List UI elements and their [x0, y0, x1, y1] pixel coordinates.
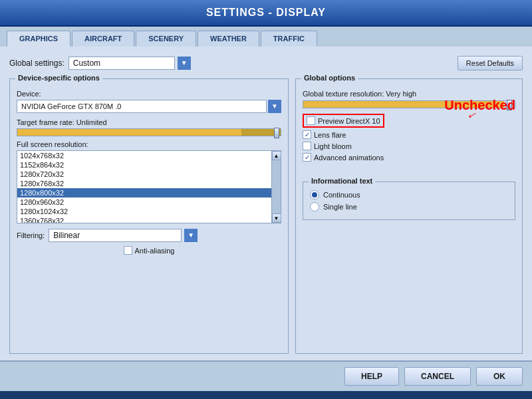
lens-flare-row: Lens flare	[303, 130, 515, 139]
continuous-radio[interactable]	[310, 190, 319, 200]
anti-alias-label: Anti-aliasing	[135, 247, 175, 255]
tab-graphics[interactable]: GRAPHICS	[7, 31, 70, 47]
scrollbar-up[interactable]: ▲	[272, 151, 281, 160]
resolution-list-container: 1024x768x32 1152x864x32 1280x720x32 1280…	[17, 150, 281, 223]
list-item[interactable]: 1024x768x32	[17, 151, 271, 160]
list-item[interactable]: 1280x800x32	[17, 188, 271, 198]
scrollbar-thumb-area[interactable]	[272, 160, 281, 213]
info-text-panel: Informational text Continuous Single lin…	[303, 182, 515, 220]
device-label: Device:	[17, 90, 281, 98]
advanced-animations-label: Advanced animations	[314, 154, 384, 162]
list-item[interactable]: 1280x960x32	[17, 198, 271, 207]
preview-dx10-checkbox[interactable]	[307, 116, 315, 125]
content-area: Global settings: Custom ▼ Reset Defaults…	[0, 47, 532, 360]
tab-traffic[interactable]: TRAFFIC	[261, 31, 317, 47]
bottom-bar: HELP CANCEL OK	[0, 360, 532, 391]
target-frame-label: Target frame rate: Unlimited	[17, 118, 281, 126]
device-select-row: NVIDIA GeForce GTX 870M .0 ▼	[17, 100, 281, 113]
light-bloom-row: Light bloom	[303, 142, 515, 150]
tab-aircraft[interactable]: AIRCRAFT	[72, 31, 134, 47]
lens-flare-checkbox[interactable]	[303, 130, 311, 139]
preview-dx10-box: Preview DirectX 10	[303, 114, 384, 128]
device-arrow[interactable]: ▼	[268, 100, 281, 113]
advanced-animations-checkbox[interactable]	[303, 153, 311, 162]
filtering-arrow[interactable]: ▼	[184, 229, 198, 242]
global-options-panel-title: Global options	[301, 74, 358, 82]
global-options-panel: Global options Global texture resolution…	[295, 78, 523, 354]
list-item[interactable]: 1280x720x32	[17, 170, 271, 179]
reset-defaults-button[interactable]: Reset Defaults	[458, 56, 523, 70]
global-settings-value[interactable]: Custom	[68, 57, 175, 70]
light-bloom-label: Light bloom	[314, 142, 352, 150]
continuous-label: Continuous	[323, 191, 360, 199]
dialog: GRAPHICS AIRCRAFT SCENERY WEATHER TRAFFI…	[0, 27, 532, 391]
resolution-list: 1024x768x32 1152x864x32 1280x720x32 1280…	[17, 151, 271, 223]
filtering-select-wrapper: Bilinear ▼	[49, 229, 198, 242]
resolution-scrollbar: ▲ ▼	[271, 151, 281, 223]
resolution-label: Full screen resolution:	[17, 140, 281, 148]
advanced-animations-row: Advanced animations	[303, 153, 515, 162]
single-line-label: Single line	[323, 203, 357, 211]
list-item[interactable]: 1280x768x32	[17, 179, 271, 188]
device-value[interactable]: NVIDIA GeForce GTX 870M .0	[17, 100, 267, 113]
global-settings-label: Global settings:	[9, 59, 65, 68]
target-frame-row: Target frame rate: Unlimited	[17, 118, 281, 136]
target-frame-thumb[interactable]	[274, 128, 279, 138]
title-bar: SETTINGS - DISPLAY	[0, 0, 532, 27]
filtering-label: Filtering:	[17, 231, 45, 239]
continuous-radio-dot	[312, 192, 317, 198]
info-text-title: Informational text	[309, 177, 375, 185]
single-line-radio[interactable]	[310, 202, 319, 211]
list-item[interactable]: 1152x864x32	[17, 160, 271, 170]
global-settings-arrow[interactable]: ▼	[178, 57, 191, 70]
device-panel: Device-specific options Device: NVIDIA G…	[9, 78, 289, 354]
anti-alias-checkbox[interactable]	[124, 246, 132, 255]
tab-weather[interactable]: WEATHER	[198, 31, 259, 47]
list-item[interactable]: 1280x1024x32	[17, 207, 271, 216]
list-item[interactable]: 1360x768x32	[17, 216, 271, 223]
help-button[interactable]: HELP	[344, 367, 399, 386]
filtering-value[interactable]: Bilinear	[49, 229, 182, 242]
preview-dx10-label: Preview DirectX 10	[318, 117, 380, 125]
preview-dx10-row: Preview DirectX 10	[303, 114, 515, 128]
target-frame-slider	[17, 128, 281, 136]
lens-flare-label: Lens flare	[314, 131, 346, 139]
continuous-row: Continuous	[310, 190, 508, 200]
global-settings-select-wrapper: Custom ▼	[68, 57, 191, 70]
panels-row: Device-specific options Device: NVIDIA G…	[9, 78, 523, 354]
ok-button[interactable]: OK	[476, 367, 523, 386]
texture-label: Global texture resolution: Very high	[303, 90, 515, 98]
cancel-button[interactable]: CANCEL	[404, 367, 471, 386]
device-panel-title: Device-specific options	[15, 74, 102, 82]
single-line-row: Single line	[310, 202, 508, 211]
unchecked-annotation: Unchecked	[444, 98, 515, 113]
global-settings-row: Global settings: Custom ▼ Reset Defaults	[9, 53, 523, 73]
target-frame-track[interactable]	[17, 128, 281, 136]
light-bloom-checkbox[interactable]	[303, 142, 311, 150]
scrollbar-down[interactable]: ▼	[272, 213, 281, 223]
title-text: SETTINGS - DISPLAY	[206, 7, 326, 18]
tab-scenery[interactable]: SCENERY	[136, 31, 196, 47]
anti-alias-row: Anti-aliasing	[17, 246, 281, 255]
filtering-row: Filtering: Bilinear ▼	[17, 229, 281, 242]
tabs-row: GRAPHICS AIRCRAFT SCENERY WEATHER TRAFFI…	[0, 27, 532, 47]
